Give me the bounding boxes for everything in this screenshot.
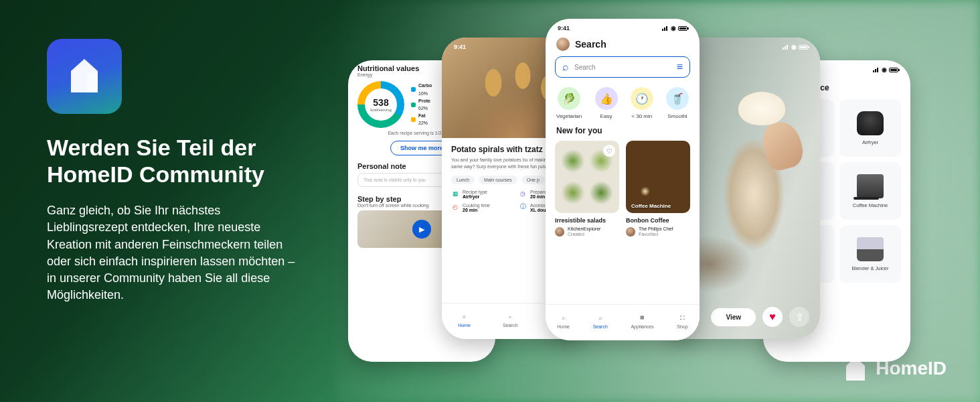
card-image: ♡ [555, 141, 619, 213]
author-avatar [626, 227, 635, 237]
tab-search[interactable]: ⌕Search [593, 312, 608, 329]
page-header: Search [546, 35, 700, 56]
category-smoothie[interactable]: 🥤Smoothi [666, 87, 689, 119]
signal-icon [783, 45, 789, 50]
kcal-label: kcal/serving [370, 108, 392, 112]
card-title: Irresistible salads [555, 217, 619, 224]
category-vegetarian[interactable]: 🥬Vegetarian [556, 87, 582, 119]
appliance-cell[interactable]: Airfryer [839, 99, 901, 157]
chip[interactable]: Lunch [451, 176, 475, 184]
battery-icon [799, 45, 808, 50]
play-icon[interactable]: ▶ [412, 220, 431, 239]
tab-appliances[interactable]: ▦Appliances [631, 312, 653, 329]
card-image: Coffee Machine [626, 141, 690, 213]
search-icon: ⌕ [562, 61, 569, 73]
search-input[interactable]: ⌕ Search ≡ [555, 56, 690, 78]
appliance-cell[interactable]: Coffee Machine [839, 162, 901, 220]
avatar[interactable] [556, 38, 570, 51]
signal-icon [873, 68, 880, 72]
tab-home[interactable]: ⌂Home [557, 312, 570, 329]
phone-mockups: Nutritional values Energy 538 kcal/servi… [348, 19, 964, 394]
share-button[interactable]: ⇪ [789, 307, 809, 327]
search-icon: ⌕ [505, 311, 515, 322]
status-time: 9:41 [558, 25, 570, 31]
status-icons: ◉ [783, 44, 808, 50]
status-icons: ◉ [873, 66, 898, 73]
macro-legend: Carbo16% Prote62% Fat22% [411, 82, 432, 127]
home-icon: ⌂ [558, 312, 569, 323]
tab-shop[interactable]: ⛶Shop [677, 312, 687, 329]
promo-copy: Werden Sie Teil der HomeID Community Gan… [47, 39, 301, 304]
kcal-value: 538 [370, 97, 392, 108]
house-icon [64, 54, 104, 99]
battery-icon [889, 68, 898, 72]
chip[interactable]: One p [521, 176, 545, 184]
card-title: Bonbon Coffee [626, 217, 690, 224]
home-icon: ⌂ [459, 311, 469, 322]
promo-body: Ganz gleich, ob Sie Ihr nächstes Lieblin… [47, 202, 301, 304]
card-image-label: Coffee Machine [631, 203, 671, 209]
promo-headline: Werden Sie Teil der HomeID Community [47, 134, 301, 188]
grid-icon: ▦ [637, 312, 648, 323]
shop-icon: ⛶ [677, 312, 687, 323]
appliance-cell[interactable]: Blender & Juicer [839, 225, 901, 283]
category-easy[interactable]: 👍Easy [595, 87, 618, 119]
signal-icon [662, 26, 669, 31]
author-avatar [555, 227, 564, 237]
tab-home[interactable]: ⌂Home [458, 311, 471, 328]
chip[interactable]: Main courses [479, 176, 517, 184]
new-for-you-title: New for you [556, 126, 689, 135]
calorie-donut-chart: 538 kcal/serving [357, 81, 404, 128]
favorite-button[interactable]: ♡ [603, 145, 615, 157]
tab-search[interactable]: ⌕Search [503, 311, 517, 328]
recipe-card-salads[interactable]: ♡ Irresistible salads KitchenExplorerCre… [555, 141, 619, 238]
favorite-button[interactable]: ♥ [762, 307, 783, 327]
page-title: Search [575, 39, 606, 50]
recipe-card-coffee[interactable]: Coffee Machine Bonbon Coffee The Philips… [626, 141, 690, 238]
homeid-app-icon [47, 39, 122, 114]
blender-icon [857, 237, 884, 261]
status-icons: ◉ [662, 25, 687, 31]
wifi-icon: ◉ [671, 25, 676, 31]
espresso-machine-icon [857, 174, 884, 198]
view-button[interactable]: View [711, 308, 756, 326]
phone-search: 9:41 ◉ Search ⌕ Search ≡ 🥬Vegetarian 👍Ea… [546, 19, 700, 340]
filter-icon[interactable]: ≡ [677, 61, 683, 73]
airfryer-icon [857, 111, 884, 135]
homeid-promo-banner: Werden Sie Teil der HomeID Community Gan… [0, 0, 980, 402]
battery-icon [678, 26, 687, 31]
wifi-icon: ◉ [882, 66, 887, 73]
category-30min[interactable]: 🕐< 30 min [631, 87, 653, 119]
wifi-icon: ◉ [791, 44, 797, 50]
tab-bar: ⌂Home ⌕Search ▦Appliances ⛶Shop [546, 304, 700, 340]
search-placeholder: Search [574, 64, 671, 71]
search-icon: ⌕ [595, 312, 606, 323]
status-time: 9:41 [454, 44, 466, 50]
category-row: 🥬Vegetarian 👍Easy 🕐< 30 min 🥤Smoothi [546, 78, 700, 126]
